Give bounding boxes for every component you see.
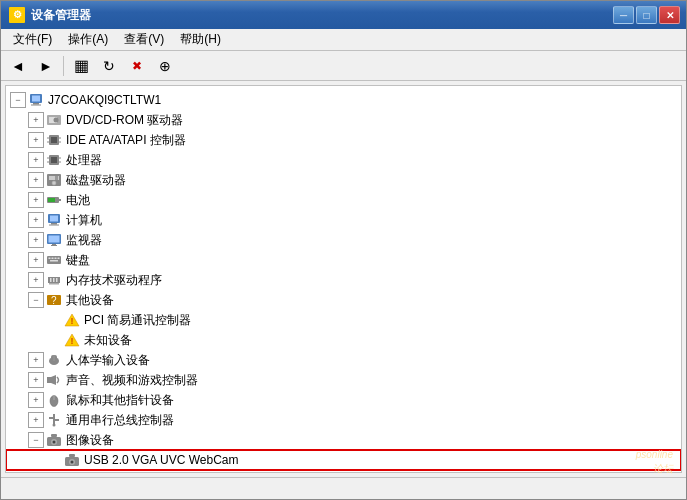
tree-item-label-pci: PCI 简易通讯控制器: [84, 312, 191, 329]
camera-icon: [64, 452, 80, 468]
expander-hid[interactable]: +: [28, 352, 44, 368]
warning-icon: !: [64, 332, 80, 348]
expander-usb[interactable]: +: [28, 412, 44, 428]
tree-item-pci[interactable]: !PCI 简易通讯控制器: [6, 310, 681, 330]
properties-button[interactable]: ▦: [68, 54, 94, 78]
tree-item-imaging[interactable]: −图像设备: [6, 430, 681, 450]
tree-item-label-hid: 人体学输入设备: [66, 352, 150, 369]
scan-button[interactable]: ⊕: [152, 54, 178, 78]
tree-item-hid[interactable]: +人体学输入设备: [6, 350, 681, 370]
svg-point-22: [52, 181, 56, 185]
expander-battery[interactable]: +: [28, 192, 44, 208]
svg-point-65: [53, 441, 56, 444]
expander-mouse[interactable]: +: [28, 392, 44, 408]
expander-monitor[interactable]: +: [28, 232, 44, 248]
uninstall-icon: ✖: [132, 59, 142, 73]
battery-icon: [46, 192, 62, 208]
tree-item-label-imaging: 图像设备: [66, 432, 114, 449]
tree-item-computer[interactable]: +计算机: [6, 210, 681, 230]
tree-item-root[interactable]: −J7COAKQI9CTLTW1: [6, 90, 681, 110]
expander-other[interactable]: −: [28, 292, 44, 308]
svg-marker-55: [51, 375, 56, 385]
scan-icon: ⊕: [159, 58, 171, 74]
svg-rect-61: [55, 419, 59, 421]
chip-icon: [46, 152, 62, 168]
computer-icon: [28, 92, 44, 108]
monitor-icon: [46, 232, 62, 248]
expander-disk[interactable]: +: [28, 172, 44, 188]
tree-item-ide[interactable]: +IDE ATA/ATAPI 控制器: [6, 130, 681, 150]
svg-rect-67: [69, 454, 75, 457]
menu-help[interactable]: 帮助(H): [172, 29, 229, 50]
expander-ide[interactable]: +: [28, 132, 44, 148]
chip-icon: [46, 132, 62, 148]
toolbar-separator-1: [63, 56, 64, 76]
expander-keyboard[interactable]: +: [28, 252, 44, 268]
tree-item-label-usb: 通用串行总线控制器: [66, 412, 174, 429]
camera-icon: [46, 432, 62, 448]
menu-file[interactable]: 文件(F): [5, 29, 60, 50]
svg-rect-28: [51, 223, 57, 225]
tree-item-label-sound: 声音、视频和游戏控制器: [66, 372, 198, 389]
sound-icon: [46, 372, 62, 388]
tree-item-label-keyboard: 键盘: [66, 252, 90, 269]
tree-item-label-webcam: USB 2.0 VGA UVC WebCam: [84, 453, 239, 467]
expander-network[interactable]: +: [28, 472, 44, 473]
svg-rect-31: [49, 236, 60, 243]
maximize-button[interactable]: □: [636, 6, 657, 24]
main-content: −J7COAKQI9CTLTW1+DVD/CD-ROM 驱动器+IDE ATA/…: [1, 81, 686, 477]
tree-item-memory[interactable]: +内存技术驱动程序: [6, 270, 681, 290]
svg-text:?: ?: [51, 295, 57, 306]
close-button[interactable]: ✕: [659, 6, 680, 24]
expander-dvd[interactable]: +: [28, 112, 44, 128]
tree-item-keyboard[interactable]: +键盘: [6, 250, 681, 270]
tree-item-webcam[interactable]: USB 2.0 VGA UVC WebCam: [6, 450, 681, 470]
disk-icon: [46, 172, 62, 188]
menu-action[interactable]: 操作(A): [60, 29, 116, 50]
tree-item-unknown[interactable]: !未知设备: [6, 330, 681, 350]
expander-computer[interactable]: +: [28, 212, 44, 228]
expander-root[interactable]: −: [10, 92, 26, 108]
window-title: 设备管理器: [31, 7, 91, 24]
svg-text:!: !: [71, 336, 74, 346]
device-tree[interactable]: −J7COAKQI9CTLTW1+DVD/CD-ROM 驱动器+IDE ATA/…: [5, 85, 682, 473]
svg-rect-29: [49, 225, 59, 226]
tree-item-label-computer: 计算机: [66, 212, 102, 229]
expander-memory[interactable]: +: [28, 272, 44, 288]
mouse-icon: [46, 392, 62, 408]
uninstall-button[interactable]: ✖: [124, 54, 150, 78]
network-icon: [46, 472, 62, 473]
tree-item-label-network: 网络适配器: [66, 472, 126, 474]
svg-rect-43: [56, 278, 58, 282]
tree-item-network[interactable]: +网络适配器: [6, 470, 681, 473]
back-icon: ◄: [11, 58, 25, 74]
tree-item-monitor[interactable]: +监视器: [6, 230, 681, 250]
tree-item-battery[interactable]: +电池: [6, 190, 681, 210]
tree-item-disk[interactable]: +磁盘驱动器: [6, 170, 681, 190]
window-controls: ─ □ ✕: [613, 6, 680, 24]
menu-bar: 文件(F) 操作(A) 查看(V) 帮助(H): [1, 29, 686, 51]
svg-rect-25: [48, 198, 55, 202]
expander-imaging[interactable]: −: [28, 432, 44, 448]
tree-item-sound[interactable]: +声音、视频和游戏控制器: [6, 370, 681, 390]
tree-item-label-mouse: 鼠标和其他指针设备: [66, 392, 174, 409]
keyboard-icon: [46, 252, 62, 268]
expander-cpu[interactable]: +: [28, 152, 44, 168]
menu-view[interactable]: 查看(V): [116, 29, 172, 50]
forward-button[interactable]: ►: [33, 54, 59, 78]
tree-item-usb[interactable]: +通用串行总线控制器: [6, 410, 681, 430]
expander-sound[interactable]: +: [28, 372, 44, 388]
svg-rect-42: [53, 278, 55, 282]
svg-rect-44: [49, 283, 59, 285]
tree-item-dvd[interactable]: +DVD/CD-ROM 驱动器: [6, 110, 681, 130]
tree-item-mouse[interactable]: +鼠标和其他指针设备: [6, 390, 681, 410]
svg-rect-3: [31, 105, 41, 106]
tree-item-other[interactable]: −?其他设备: [6, 290, 681, 310]
update-driver-button[interactable]: ↻: [96, 54, 122, 78]
tree-item-cpu[interactable]: +处理器: [6, 150, 681, 170]
tree-item-label-ide: IDE ATA/ATAPI 控制器: [66, 132, 186, 149]
svg-point-69: [71, 461, 74, 464]
back-button[interactable]: ◄: [5, 54, 31, 78]
svg-rect-1: [32, 96, 40, 102]
minimize-button[interactable]: ─: [613, 6, 634, 24]
